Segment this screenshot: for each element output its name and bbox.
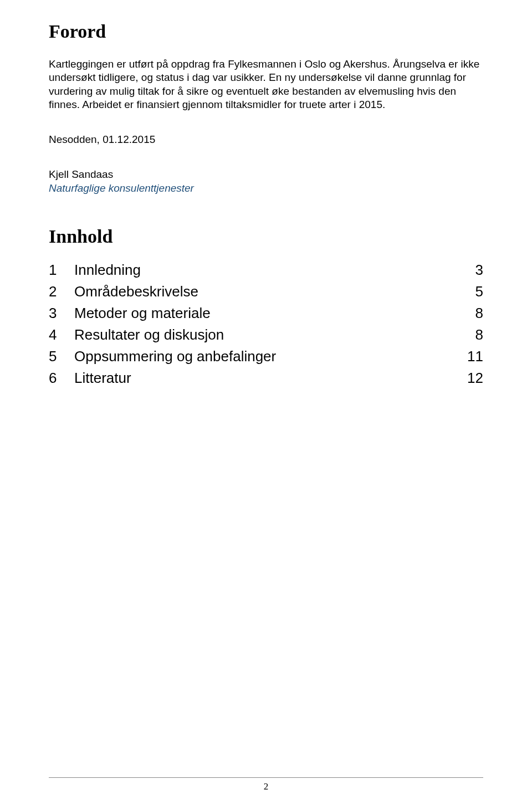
toc-row: 1 Innledning 3 — [49, 259, 483, 281]
toc-title: Områdebeskrivelse — [74, 281, 461, 303]
forord-heading: Forord — [49, 21, 483, 42]
toc-title: Innledning — [74, 259, 461, 281]
toc-page: 8 — [461, 324, 483, 346]
toc-title: Resultater og diskusjon — [74, 324, 461, 346]
author-block: Kjell Sandaas Naturfaglige konsulenttjen… — [49, 168, 483, 195]
toc-heading: Innhold — [49, 226, 483, 247]
toc-num: 3 — [49, 303, 74, 324]
toc-num: 5 — [49, 346, 74, 367]
date-line: Nesodden, 01.12.2015 — [49, 134, 483, 146]
page: Forord Kartleggingen er utført på oppdra… — [0, 0, 532, 810]
toc-row: 5 Oppsummering og anbefalinger 11 — [49, 346, 483, 367]
author-name: Kjell Sandaas — [49, 168, 483, 181]
page-number: 2 — [49, 781, 483, 792]
toc-page: 5 — [461, 281, 483, 303]
toc-page: 12 — [461, 367, 483, 389]
toc-row: 2 Områdebeskrivelse 5 — [49, 281, 483, 303]
toc-num: 1 — [49, 259, 74, 281]
toc-page: 11 — [461, 346, 483, 367]
toc-num: 6 — [49, 367, 74, 389]
author-org: Naturfaglige konsulenttjenester — [49, 182, 483, 195]
toc-title: Metoder og materiale — [74, 303, 461, 324]
toc-row: 4 Resultater og diskusjon 8 — [49, 324, 483, 346]
toc-title: Oppsummering og anbefalinger — [74, 346, 461, 367]
toc-row: 6 Litteratur 12 — [49, 367, 483, 389]
toc: 1 Innledning 3 2 Områdebeskrivelse 5 3 M… — [49, 259, 483, 389]
toc-title: Litteratur — [74, 367, 461, 389]
toc-page: 3 — [461, 259, 483, 281]
toc-num: 2 — [49, 281, 74, 303]
forord-paragraph: Kartleggingen er utført på oppdrag fra F… — [49, 58, 483, 111]
toc-row: 3 Metoder og materiale 8 — [49, 303, 483, 324]
toc-page: 8 — [461, 303, 483, 324]
toc-num: 4 — [49, 324, 74, 346]
page-footer: 2 — [49, 777, 483, 792]
footer-divider — [49, 777, 483, 778]
